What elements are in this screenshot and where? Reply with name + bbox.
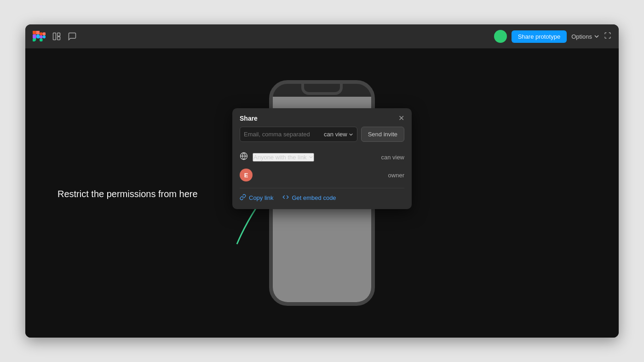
canvas: Restrict the permissions from here Share… (25, 48, 619, 338)
toolbar-left (33, 30, 489, 43)
share-prototype-button[interactable]: Share prototype (512, 30, 567, 43)
layout-icon[interactable] (52, 32, 61, 41)
svg-rect-3 (40, 38, 43, 41)
send-invite-button[interactable]: Send invite (361, 127, 404, 142)
user-avatar (494, 30, 507, 43)
fullscreen-button[interactable] (604, 32, 611, 41)
permissions-left: Anyone with the link (240, 152, 314, 162)
email-input[interactable] (244, 127, 322, 141)
close-modal-button[interactable]: ✕ (398, 115, 404, 122)
email-input-wrapper: can view (240, 127, 357, 142)
svg-point-4 (42, 35, 46, 39)
anyone-link-row: Anyone with the link can view (240, 148, 404, 166)
globe-icon (240, 152, 248, 162)
link-icon (240, 194, 246, 202)
code-icon (282, 194, 289, 202)
copy-link-button[interactable]: Copy link (240, 194, 273, 202)
can-view-dropdown[interactable]: can view (324, 131, 353, 138)
svg-rect-0 (40, 32, 43, 35)
toolbar: Share prototype Options (25, 24, 619, 48)
annotation-text: Restrict the permissions from here (58, 189, 198, 199)
modal-divider (240, 188, 404, 188)
owner-row: E owner (240, 166, 404, 184)
figma-logo-icon[interactable] (33, 30, 46, 43)
footer-row: Copy link Get embed code (240, 192, 404, 202)
anyone-permission-text: can view (381, 154, 404, 161)
svg-rect-7 (58, 37, 60, 40)
app-window: Share prototype Options (25, 24, 619, 338)
svg-rect-2 (40, 35, 43, 39)
share-modal: Share ✕ can view Send invite (232, 108, 412, 209)
svg-rect-5 (53, 33, 56, 40)
phone-notch (301, 84, 343, 95)
modal-title: Share (240, 115, 258, 122)
svg-rect-6 (58, 33, 60, 36)
modal-body: can view Send invite (232, 127, 412, 209)
get-embed-code-button[interactable]: Get embed code (282, 194, 336, 202)
comment-icon[interactable] (68, 32, 77, 41)
owner-avatar: E (240, 169, 253, 181)
svg-rect-1 (42, 32, 46, 35)
owner-role-text: owner (388, 172, 404, 179)
options-button[interactable]: Options (571, 33, 599, 40)
invite-row: can view Send invite (240, 127, 404, 142)
modal-header: Share ✕ (232, 108, 412, 127)
anyone-link-dropdown[interactable]: Anyone with the link (253, 153, 314, 162)
toolbar-right: Share prototype Options (494, 30, 611, 43)
